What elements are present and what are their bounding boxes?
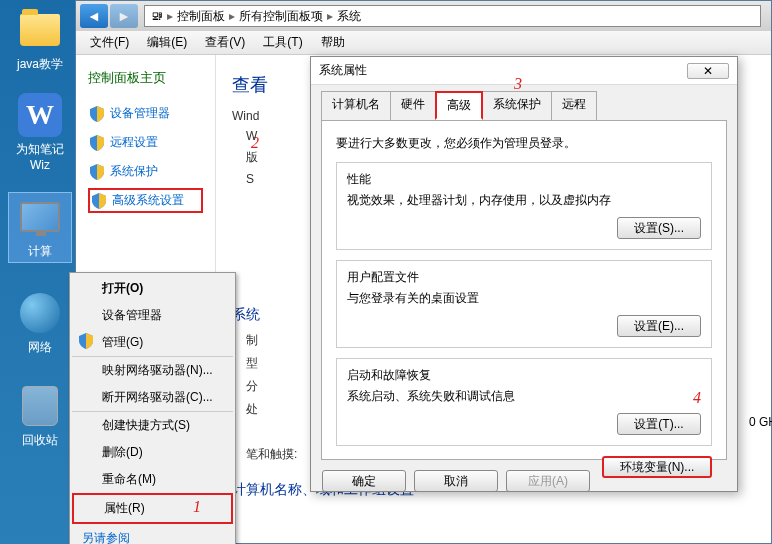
cm-label: 属性(R) bbox=[104, 501, 145, 515]
cm-rename[interactable]: 重命名(M) bbox=[72, 466, 233, 493]
fieldset-legend: 用户配置文件 bbox=[347, 269, 701, 286]
cm-label: 打开(O) bbox=[102, 281, 143, 295]
computer-icon bbox=[20, 202, 60, 232]
menu-help[interactable]: 帮助 bbox=[313, 32, 353, 53]
monitor-small-icon: 🖳 bbox=[151, 9, 163, 23]
fieldset-performance: 性能 视觉效果，处理器计划，内存使用，以及虚拟内存 设置(S)... bbox=[336, 162, 712, 250]
network-icon bbox=[20, 293, 60, 333]
fieldset-desc: 与您登录有关的桌面设置 bbox=[347, 290, 701, 307]
cm-device-manager[interactable]: 设备管理器 bbox=[72, 302, 233, 329]
menubar: 文件(F) 编辑(E) 查看(V) 工具(T) 帮助 bbox=[76, 31, 771, 55]
related-label: 另请参阅 bbox=[72, 524, 233, 544]
breadcrumb-sep: ▸ bbox=[229, 9, 235, 23]
fieldset-legend: 启动和故障恢复 bbox=[347, 367, 701, 384]
cm-label: 重命名(M) bbox=[102, 472, 156, 486]
dialog-titlebar: 系统属性 ✕ bbox=[311, 57, 737, 85]
dialog-close-button[interactable]: ✕ bbox=[687, 63, 729, 79]
fieldset-profiles: 用户配置文件 与您登录有关的桌面设置 设置(E)... bbox=[336, 260, 712, 348]
desktop-icon-folder[interactable]: java教学 bbox=[8, 8, 72, 73]
shield-icon bbox=[90, 135, 104, 151]
sidebar-item-remote[interactable]: 远程设置 bbox=[88, 130, 203, 155]
content-label: 笔和触摸: bbox=[246, 447, 297, 461]
desktop-icon-recycle[interactable]: 回收站 bbox=[8, 384, 72, 449]
cm-label: 管理(G) bbox=[102, 335, 143, 349]
tab-remote[interactable]: 远程 bbox=[551, 91, 597, 120]
nav-back-button[interactable]: ◄ bbox=[80, 4, 108, 28]
fieldset-legend: 性能 bbox=[347, 171, 701, 188]
content-value: 0 GH bbox=[749, 415, 772, 429]
shield-icon bbox=[78, 333, 94, 349]
desktop-label: java教学 bbox=[17, 56, 63, 73]
tab-advanced[interactable]: 高级 bbox=[435, 91, 483, 120]
settings-button-performance[interactable]: 设置(S)... bbox=[617, 217, 701, 239]
titlebar: ◄ ► 🖳 ▸ 控制面板 ▸ 所有控制面板项 ▸ 系统 bbox=[76, 1, 771, 31]
breadcrumb-sep: ▸ bbox=[167, 9, 173, 23]
desktop: java教学 W 为知笔记 Wiz 计算 网络 回收站 bbox=[0, 0, 80, 544]
shield-icon bbox=[90, 164, 104, 180]
cm-label: 断开网络驱动器(C)... bbox=[102, 390, 213, 404]
fieldset-desc: 系统启动、系统失败和调试信息 bbox=[347, 388, 701, 405]
wiz-icon: W bbox=[18, 93, 62, 137]
menu-view[interactable]: 查看(V) bbox=[197, 32, 253, 53]
close-icon: ✕ bbox=[703, 64, 713, 78]
tab-protection[interactable]: 系统保护 bbox=[482, 91, 552, 120]
annotation-1: 1 bbox=[193, 498, 201, 516]
system-properties-dialog: 系统属性 ✕ 计算机名 硬件 高级 系统保护 远程 3 要进行大多数更改，您必须… bbox=[310, 56, 738, 492]
cm-manage[interactable]: 管理(G) bbox=[72, 329, 233, 356]
fieldset-startup: 启动和故障恢复 系统启动、系统失败和调试信息 设置(T)... bbox=[336, 358, 712, 446]
cm-label: 映射网络驱动器(N)... bbox=[102, 363, 213, 377]
folder-icon bbox=[20, 14, 60, 46]
desktop-label: 回收站 bbox=[22, 432, 58, 449]
cm-disconnect-drive[interactable]: 断开网络驱动器(C)... bbox=[72, 384, 233, 411]
breadcrumb-sep: ▸ bbox=[327, 9, 333, 23]
nav-forward-button[interactable]: ► bbox=[110, 4, 138, 28]
address-bar[interactable]: 🖳 ▸ 控制面板 ▸ 所有控制面板项 ▸ 系统 bbox=[144, 5, 761, 27]
dialog-title-text: 系统属性 bbox=[319, 62, 367, 79]
desktop-label: 计算 bbox=[28, 243, 52, 260]
cm-delete[interactable]: 删除(D) bbox=[72, 439, 233, 466]
settings-button-startup[interactable]: 设置(T)... bbox=[617, 413, 701, 435]
desktop-label: 为知笔记 bbox=[16, 141, 64, 158]
tabstrip: 计算机名 硬件 高级 系统保护 远程 3 bbox=[311, 85, 737, 120]
dialog-note: 要进行大多数更改，您必须作为管理员登录。 bbox=[336, 135, 712, 152]
sidebar-label: 高级系统设置 bbox=[112, 192, 184, 209]
cm-label: 删除(D) bbox=[102, 445, 143, 459]
cm-label: 设备管理器 bbox=[102, 308, 162, 322]
dialog-body: 要进行大多数更改，您必须作为管理员登录。 性能 视觉效果，处理器计划，内存使用，… bbox=[321, 120, 727, 460]
sidebar-item-protection[interactable]: 系统保护 bbox=[88, 159, 203, 184]
cm-map-drive[interactable]: 映射网络驱动器(N)... bbox=[72, 356, 233, 384]
cm-properties[interactable]: 属性(R) 1 bbox=[72, 493, 233, 524]
desktop-sublabel: Wiz bbox=[30, 158, 50, 172]
annotation-4: 4 bbox=[693, 389, 701, 407]
breadcrumb-item[interactable]: 系统 bbox=[337, 8, 361, 25]
env-variables-button[interactable]: 环境变量(N)... bbox=[602, 456, 712, 478]
sidebar-item-advanced[interactable]: 高级系统设置 bbox=[88, 188, 203, 213]
cm-label: 创建快捷方式(S) bbox=[102, 418, 190, 432]
tab-computer-name[interactable]: 计算机名 bbox=[321, 91, 391, 120]
desktop-icon-computer[interactable]: 计算 bbox=[8, 192, 72, 263]
menu-tools[interactable]: 工具(T) bbox=[255, 32, 310, 53]
annotation-3: 3 bbox=[514, 75, 522, 93]
cm-shortcut[interactable]: 创建快捷方式(S) bbox=[72, 411, 233, 439]
menu-file[interactable]: 文件(F) bbox=[82, 32, 137, 53]
settings-button-profiles[interactable]: 设置(E)... bbox=[617, 315, 701, 337]
context-menu: 打开(O) 设备管理器 管理(G) 映射网络驱动器(N)... 断开网络驱动器(… bbox=[69, 272, 236, 544]
tab-hardware[interactable]: 硬件 bbox=[390, 91, 436, 120]
breadcrumb-item[interactable]: 所有控制面板项 bbox=[239, 8, 323, 25]
sidebar-item-device-manager[interactable]: 设备管理器 bbox=[88, 101, 203, 126]
breadcrumb-item[interactable]: 控制面板 bbox=[177, 8, 225, 25]
desktop-label: 网络 bbox=[28, 339, 52, 356]
desktop-icon-wiz[interactable]: W 为知笔记 Wiz bbox=[8, 93, 72, 172]
desktop-icon-network[interactable]: 网络 bbox=[8, 291, 72, 356]
menu-edit[interactable]: 编辑(E) bbox=[139, 32, 195, 53]
shield-icon bbox=[90, 106, 104, 122]
sidebar-label: 远程设置 bbox=[110, 134, 158, 151]
cm-open[interactable]: 打开(O) bbox=[72, 275, 233, 302]
shield-icon bbox=[92, 193, 106, 209]
sidebar-label: 系统保护 bbox=[110, 163, 158, 180]
sidebar-title: 控制面板主页 bbox=[88, 69, 203, 87]
sidebar-label: 设备管理器 bbox=[110, 105, 170, 122]
recycle-bin-icon bbox=[22, 386, 58, 426]
fieldset-desc: 视觉效果，处理器计划，内存使用，以及虚拟内存 bbox=[347, 192, 701, 209]
